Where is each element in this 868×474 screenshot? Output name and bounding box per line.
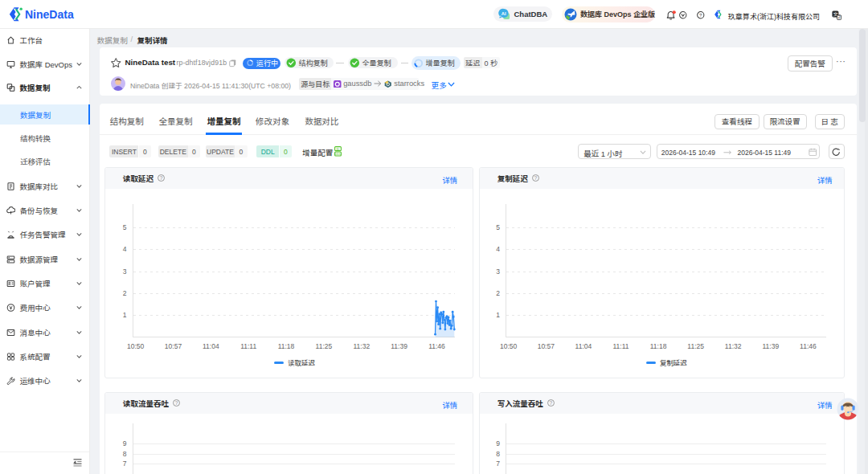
svg-text:2: 2 bbox=[838, 15, 841, 19]
svg-text:ID: ID bbox=[336, 147, 339, 151]
svg-text:?: ? bbox=[699, 12, 702, 18]
svg-text:DDL: DDL bbox=[334, 152, 342, 156]
svg-text:AI: AI bbox=[501, 11, 506, 16]
